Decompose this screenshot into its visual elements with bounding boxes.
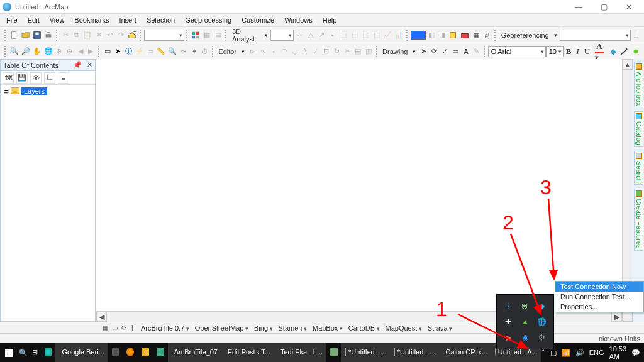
pointer-icon[interactable]: ➤ (113, 46, 123, 57)
menu-edit[interactable]: Edit (23, 15, 45, 25)
scroll-track[interactable] (623, 70, 633, 300)
tray-volume-icon[interactable]: 🔊 (575, 349, 584, 357)
edit-seg2-icon[interactable]: ∕ (311, 46, 321, 57)
interp-c-icon[interactable]: ⬚ (360, 30, 370, 41)
analyst-layer-dropdown[interactable] (270, 30, 294, 41)
brutile-strava[interactable]: Strava (426, 324, 454, 332)
expand-toggle-icon[interactable]: ⊟ (3, 87, 9, 95)
side-tab-create-features[interactable]: Create Features (634, 189, 643, 250)
html-popup-icon[interactable]: ▭ (146, 46, 155, 57)
editor-toolbar-icon[interactable] (191, 30, 201, 41)
tray-lang[interactable]: ENG (589, 349, 604, 356)
model-icon[interactable]: ⎙ (482, 30, 492, 41)
findroute-icon[interactable]: ⤳ (179, 46, 188, 57)
toolbar-grip[interactable] (98, 46, 101, 57)
brutile-mapquest[interactable]: MapQuest (384, 324, 424, 332)
taskbar-app-explorer2[interactable]: ArcBruTile_07 (168, 343, 221, 362)
taskbar-app-notepadpp2[interactable]: *Untitled - ... (391, 343, 440, 362)
toc-list-by-selection-icon[interactable]: ☐ (44, 72, 55, 84)
new-icon[interactable] (9, 30, 19, 41)
fixed-zoom-out-icon[interactable]: ⊖ (65, 46, 74, 57)
start-button[interactable] (0, 349, 18, 357)
menu-customize[interactable]: Customize (236, 15, 279, 25)
georef-layer-dropdown[interactable] (560, 30, 631, 41)
taskbar-app[interactable] (326, 343, 341, 362)
measure-icon[interactable]: 📏 (156, 46, 166, 57)
contour-icon[interactable]: 〰 (294, 30, 304, 41)
graph-icon[interactable]: 📊 (394, 30, 404, 41)
toc-list-by-visibility-icon[interactable]: 👁 (30, 72, 42, 84)
interp-d-icon[interactable]: ⬚ (372, 30, 382, 41)
menu-bookmarks[interactable]: Bookmarks (69, 15, 114, 25)
goto-xy-icon[interactable]: ⌖ (189, 46, 199, 57)
draw-edit-icon[interactable]: ✎ (472, 46, 481, 57)
fill-color-icon[interactable] (608, 46, 618, 57)
map-canvas[interactable]: ▲ ▼ ◀ ▶ (96, 59, 633, 322)
tray-item-intel[interactable]: ◉ (518, 331, 533, 345)
bold-button[interactable]: B (564, 47, 574, 57)
fixed-zoom-in-icon[interactable]: ⊕ (55, 46, 64, 57)
toc-list-by-source-icon[interactable]: 💾 (16, 72, 28, 84)
drawing-label[interactable]: Drawing (380, 48, 410, 55)
scroll-up-icon[interactable]: ▲ (623, 59, 633, 70)
toc-list-by-drawing-icon[interactable]: 🗺 (3, 72, 14, 84)
underline-button[interactable]: U (582, 47, 592, 57)
toc-pin-icon[interactable]: 📌 (70, 61, 84, 69)
menu-help[interactable]: Help (318, 15, 342, 25)
find-icon[interactable]: 🔍 (167, 46, 177, 57)
edit-seg-icon[interactable]: ∖ (301, 46, 310, 57)
draw-pointer-icon[interactable]: ➤ (419, 46, 428, 57)
tray-item-security[interactable]: ⛨ (518, 299, 533, 313)
draw-zoom-icon[interactable]: ⤢ (440, 46, 450, 57)
time-slider-icon[interactable]: ⏱ (200, 46, 209, 57)
add-data-icon[interactable]: + (127, 30, 137, 41)
select-element-icon[interactable]: ▭ (103, 46, 112, 57)
side-tab-search[interactable]: Search (634, 151, 643, 185)
toolbar-grip[interactable] (406, 30, 409, 41)
brutile-bing[interactable]: Bing (252, 324, 275, 332)
point-icon[interactable]: • (328, 30, 338, 41)
font-color-button[interactable]: A▾ (592, 43, 608, 59)
map-scrollbar-vertical[interactable]: ▲ ▼ (622, 59, 633, 311)
toc-close-icon[interactable]: ✕ (84, 61, 95, 69)
taskbar-app-chrome[interactable]: Google Beri... (55, 343, 108, 362)
layout-view-icon[interactable]: ▭ (110, 324, 119, 331)
toolbar-grip[interactable] (494, 30, 497, 41)
editor-label[interactable]: Editor (216, 48, 239, 55)
edit-sketch-icon[interactable]: ▥ (364, 46, 374, 57)
edit-line-icon[interactable]: ∿ (258, 46, 268, 57)
tray-item-autodesk[interactable]: ▲ (518, 314, 533, 329)
taskbar-app[interactable] (108, 343, 123, 362)
toolbar-grip[interactable] (376, 46, 379, 57)
toolbar-grip[interactable] (4, 30, 7, 41)
toc-layers-root[interactable]: ⊟ Layers (2, 87, 94, 95)
tray-notifications-icon[interactable]: 💬 (631, 349, 640, 357)
catalog-icon[interactable] (448, 30, 458, 41)
minimize-button[interactable]: — (566, 1, 591, 13)
brutile-main[interactable]: ArcBruTile 0.7 (139, 324, 191, 332)
ctx-test-connection-now[interactable]: Test Connection Now (555, 282, 643, 292)
menu-insert[interactable]: Insert (114, 15, 142, 25)
tray-item-videodl[interactable]: ▶ (501, 331, 516, 345)
scroll-right-icon[interactable]: ▶ (611, 312, 622, 322)
tray-expand-icon[interactable]: ˄ (541, 349, 545, 357)
toolbar-grip[interactable] (484, 46, 486, 57)
tray-item-network[interactable]: 🌐 (534, 314, 550, 329)
copy-icon[interactable]: ⧉ (72, 30, 82, 41)
brutile-osm[interactable]: OpenStreetMap (193, 324, 250, 332)
toolbar-grip[interactable] (186, 30, 189, 41)
interp-a-icon[interactable]: ⬚ (338, 30, 348, 41)
next-extent-icon[interactable]: ▶ (86, 46, 96, 57)
refresh-icon[interactable]: ⟳ (119, 324, 128, 331)
toolbox-icon[interactable] (460, 30, 470, 41)
highlight-swatch[interactable] (411, 31, 426, 40)
edit-vert-icon[interactable]: ⊡ (322, 46, 331, 57)
python-icon[interactable]: ▦ (471, 30, 481, 41)
tool-a-icon[interactable]: ▦ (202, 30, 212, 41)
tray-wifi-icon[interactable]: 📶 (562, 349, 570, 357)
font-size-dropdown[interactable]: 10 (546, 46, 564, 57)
toolbar-grip[interactable] (212, 46, 214, 57)
los-icon[interactable]: ↗ (316, 30, 326, 41)
zoom-in-icon[interactable]: 🔍 (9, 46, 19, 57)
draw-rotate-icon[interactable]: ⟳ (430, 46, 439, 57)
